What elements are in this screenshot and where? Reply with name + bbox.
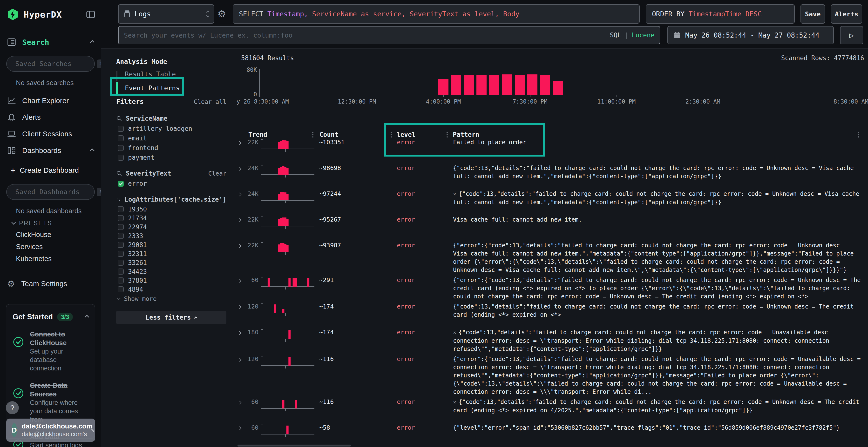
filter-option[interactable]: 32311: [116, 249, 226, 258]
search-icon[interactable]: [116, 171, 122, 176]
save-button[interactable]: Save: [801, 4, 825, 24]
source-select[interactable]: Logs: [118, 4, 214, 24]
chevron-up-icon[interactable]: [90, 148, 94, 153]
row-expander[interactable]: [236, 244, 246, 248]
pattern-row[interactable]: 180~174error×{"code":13,"details":"faile…: [236, 328, 865, 353]
create-dashboard-button[interactable]: + Create Dashboard: [10, 164, 79, 176]
row-expander[interactable]: [236, 218, 246, 222]
filter-option[interactable]: 33261: [116, 258, 226, 267]
checkbox-icon[interactable]: [118, 154, 124, 161]
filter-option[interactable]: payment: [116, 153, 226, 162]
checkbox-icon[interactable]: [118, 206, 124, 212]
less-filters-button[interactable]: Less filters: [116, 311, 226, 324]
checkbox-icon[interactable]: [118, 269, 124, 275]
select-clause-input[interactable]: SELECT Timestamp, ServiceName as service…: [233, 4, 640, 24]
presets-toggle[interactable]: PRESETS: [12, 220, 52, 227]
sidebar-item-alerts[interactable]: Alerts: [7, 110, 94, 124]
facet-clear-button[interactable]: Clear: [208, 170, 226, 177]
row-expander[interactable]: [236, 305, 246, 309]
row-expander[interactable]: [236, 278, 246, 283]
date-range-picker[interactable]: May 26 08:52:44 - May 27 08:52:44: [668, 26, 834, 44]
pattern-row[interactable]: 120~174error{"code":13,"details":"failed…: [236, 303, 865, 326]
sidebar-item-dashboards[interactable]: Dashboards: [7, 144, 94, 157]
saved-searches-field[interactable]: [16, 60, 97, 67]
row-expander[interactable]: [236, 400, 246, 405]
sidebar-item-search[interactable]: Search: [7, 36, 94, 48]
search-icon[interactable]: [116, 115, 122, 122]
search-bar[interactable]: SQL | Lucene: [118, 26, 660, 44]
filter-option[interactable]: artillery-loadgen: [116, 124, 226, 133]
order-by-input[interactable]: ORDER BY TimestampTime DESC: [646, 4, 795, 24]
checkbox-icon[interactable]: [118, 242, 124, 248]
pattern-row[interactable]: 22K~95267errorVisa cache full: cannot ad…: [236, 215, 865, 239]
clear-all-filters[interactable]: Clear all: [194, 98, 226, 105]
results-histogram[interactable]: May 26 8:30:00 AM12:30:00 PM4:00:00 PM7:…: [259, 69, 865, 95]
filter-option[interactable]: error: [116, 179, 226, 188]
pattern-row[interactable]: 24K~98698error{"code":13,"details":"fail…: [236, 164, 865, 188]
search-icon[interactable]: [116, 197, 121, 202]
checkbox-icon[interactable]: [118, 224, 124, 230]
sidebar-item-client-sessions[interactable]: Client Sessions: [7, 127, 94, 141]
filter-option[interactable]: 4894: [116, 285, 226, 294]
show-more-button[interactable]: Show more: [116, 294, 226, 304]
filter-option[interactable]: 2333: [116, 232, 226, 240]
pattern-row[interactable]: 60~116error×{"code":13,"details":"failed…: [236, 398, 865, 422]
checkbox-icon[interactable]: [118, 260, 124, 266]
filter-option[interactable]: 34423: [116, 267, 226, 276]
filter-option[interactable]: 22974: [116, 222, 226, 232]
sidebar-item-team-settings[interactable]: ⚙ Team Settings: [7, 277, 94, 290]
collapse-sidebar-icon[interactable]: [86, 10, 95, 19]
alerts-button[interactable]: Alerts: [831, 4, 862, 24]
pattern-row[interactable]: 120~116error{"error":{"code":13,"details…: [236, 355, 865, 396]
filter-option[interactable]: 29081: [116, 240, 226, 249]
source-settings-gear-icon[interactable]: ⚙: [217, 8, 226, 19]
checkbox-icon[interactable]: [118, 135, 124, 141]
pattern-row[interactable]: 60~58error{"level":"error","span_id":"53…: [236, 424, 865, 447]
table-options-icon[interactable]: [858, 132, 859, 133]
row-expander[interactable]: [236, 331, 246, 335]
user-profile[interactable]: D dale@clickhouse.com dale@clickhouse.co…: [6, 419, 95, 442]
checkbox-icon[interactable]: [118, 215, 124, 221]
preset-clickhouse[interactable]: ClickHouse: [16, 231, 51, 239]
row-expander[interactable]: [236, 192, 246, 197]
row-expander[interactable]: [236, 357, 246, 362]
checkbox-icon[interactable]: [118, 233, 124, 239]
sidebar-item-chart-explorer[interactable]: Chart Explorer: [7, 94, 94, 107]
run-query-button[interactable]: ▷: [840, 26, 863, 44]
checkbox-checked-icon[interactable]: [118, 181, 124, 187]
row-expander[interactable]: [236, 166, 246, 171]
horizontal-scrollbar[interactable]: [238, 445, 351, 447]
filter-option[interactable]: frontend: [116, 143, 226, 153]
pattern-row[interactable]: 22K~93987error{"error":{"code":13,"detai…: [236, 241, 865, 274]
preset-services[interactable]: Services: [16, 243, 43, 251]
preset-kubernetes[interactable]: Kubernetes: [16, 255, 52, 263]
row-expander[interactable]: [236, 426, 246, 431]
filter-option[interactable]: email: [116, 133, 226, 143]
checkbox-icon[interactable]: [118, 251, 124, 257]
filter-option[interactable]: 37801: [116, 276, 226, 285]
pattern-row[interactable]: 60~291error{"error":{"code":13,"details"…: [236, 276, 865, 301]
checkbox-icon[interactable]: [118, 286, 124, 293]
saved-searches-input[interactable]: ⌘K: [6, 56, 95, 72]
filter-option[interactable]: 21734: [116, 214, 226, 222]
pattern-row[interactable]: 22K~103351errorFailed to place order: [236, 138, 865, 162]
filter-option-label: 4894: [128, 286, 143, 293]
saved-dashboards-field[interactable]: [16, 188, 97, 196]
lang-sql[interactable]: SQL: [610, 32, 621, 39]
chevron-up-icon[interactable]: [85, 315, 89, 319]
help-button[interactable]: ?: [6, 401, 19, 414]
filter-option[interactable]: 19350: [116, 205, 226, 214]
get-started-step-sources[interactable]: Create Data Sources Configure where your…: [12, 381, 89, 424]
get-started-step-connect[interactable]: Connect to ClickHouse Set up your databa…: [12, 330, 89, 373]
column-drag-handle-icon[interactable]: [312, 132, 313, 133]
mode-results-table[interactable]: Results Table: [125, 70, 176, 78]
checkbox-icon[interactable]: [118, 277, 124, 283]
checkbox-icon[interactable]: [118, 126, 124, 132]
chevron-up-icon[interactable]: [90, 40, 94, 44]
checkbox-icon[interactable]: [118, 145, 124, 151]
pattern-row[interactable]: 24K~97244error×{"code":13,"details":"fai…: [236, 190, 865, 214]
lang-lucene[interactable]: Lucene: [632, 32, 654, 39]
saved-dashboards-input[interactable]: ⌘K: [6, 184, 95, 200]
row-expander[interactable]: [236, 141, 246, 145]
search-input[interactable]: [124, 32, 610, 39]
